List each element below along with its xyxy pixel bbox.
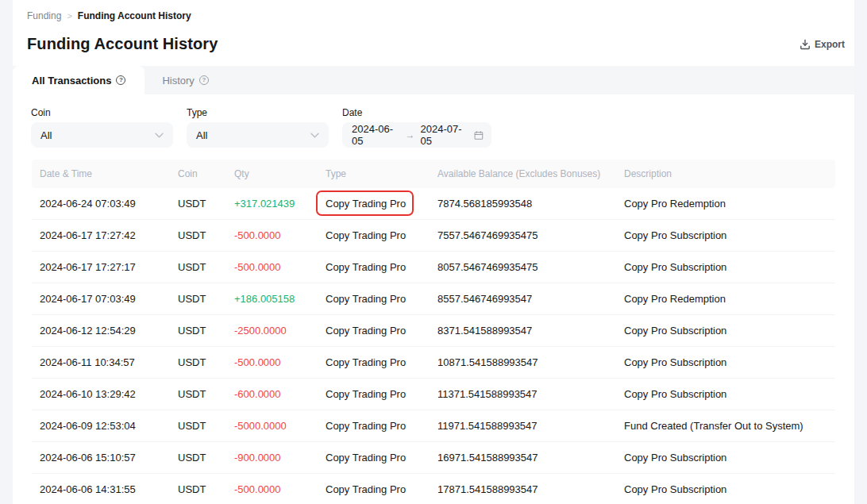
calendar-icon [474, 130, 484, 140]
coin-select-value: All [40, 129, 52, 141]
cell-type: Copy Trading Pro [326, 388, 437, 400]
cell-coin: USDT [178, 483, 234, 495]
cell-qty: -5000.0000 [234, 420, 326, 432]
cell-balance: 8057.5467469935475 [437, 261, 624, 273]
cell-description: Fund Created (Transfer Out to System) [624, 420, 835, 432]
help-icon[interactable] [199, 75, 209, 85]
table-row: 2024-06-17 17:27:42 USDT -500.0000 Copy … [32, 220, 835, 252]
cell-qty: +317.021439 [234, 198, 326, 210]
cell-qty: -500.0000 [234, 356, 326, 368]
cell-qty: -500.0000 [234, 229, 326, 241]
cell-qty: +186.005158 [234, 293, 326, 305]
cell-description: Copy Pro Subscription [624, 261, 835, 273]
type-select[interactable]: All [187, 122, 329, 148]
cell-datetime: 2024-06-10 13:29:42 [32, 388, 178, 400]
cell-balance: 11971.541588993547 [437, 420, 624, 432]
cell-balance: 11371.541588993547 [437, 388, 624, 400]
cell-description: Copy Pro Subscription [624, 356, 835, 368]
cell-qty: -500.0000 [234, 261, 326, 273]
cell-description: Copy Pro Subscription [624, 452, 835, 464]
cell-balance: 7874.568185993548 [437, 198, 624, 210]
table-row: 2024-06-06 14:31:55 USDT -500.0000 Copy … [32, 474, 835, 504]
type-value: Copy Trading Pro [326, 388, 406, 400]
cell-datetime: 2024-06-24 07:03:49 [32, 198, 178, 210]
cell-coin: USDT [178, 293, 234, 305]
cell-type: Copy Trading Pro [326, 356, 437, 368]
date-filter-label: Date [342, 107, 491, 119]
cell-type: Copy Trading Pro [326, 261, 437, 273]
cell-balance: 8557.546746993547 [437, 293, 624, 305]
cell-balance: 10871.541588993547 [437, 356, 624, 368]
breadcrumb-current: Funding Account History [78, 10, 191, 21]
cell-coin: USDT [178, 452, 234, 464]
page-title: Funding Account History [27, 35, 218, 53]
cell-type: Copy Trading Pro [326, 325, 437, 337]
date-end-value: 2024-07-05 [421, 123, 469, 147]
type-filter-label: Type [187, 107, 329, 119]
cell-datetime: 2024-06-11 10:34:57 [32, 356, 178, 368]
cell-coin: USDT [178, 261, 234, 273]
transactions-table: Date & Time Coin Qty Type Available Bala… [13, 160, 854, 504]
type-select-value: All [196, 129, 207, 141]
table-row: 2024-06-12 12:54:29 USDT -2500.0000 Copy… [32, 315, 835, 347]
column-header-coin: Coin [178, 168, 234, 179]
coin-filter: Coin All [31, 107, 173, 148]
filter-bar: Coin All Type All Date 2024-06-05 → 2024… [13, 94, 854, 148]
cell-description: Copy Pro Redemption [624, 198, 835, 210]
cell-description: Copy Pro Redemption [624, 293, 835, 305]
breadcrumb-funding-link[interactable]: Funding [27, 10, 61, 21]
download-icon [800, 39, 811, 50]
table-row: 2024-06-11 10:34:57 USDT -500.0000 Copy … [32, 347, 835, 379]
date-filter: Date 2024-06-05 → 2024-07-05 [342, 107, 491, 148]
cell-qty: -900.0000 [234, 452, 326, 464]
breadcrumb: Funding > Funding Account History [13, 0, 854, 21]
table-row: 2024-06-24 07:03:49 USDT +317.021439 Cop… [32, 188, 835, 220]
type-value: Copy Trading Pro [326, 293, 406, 305]
cell-datetime: 2024-06-06 14:31:55 [32, 483, 178, 495]
funding-history-page: Funding > Funding Account History Fundin… [13, 0, 854, 504]
cell-type: Copy Trading Pro [326, 198, 437, 210]
cell-coin: USDT [178, 198, 234, 210]
cell-type: Copy Trading Pro [326, 229, 437, 241]
type-value: Copy Trading Pro [326, 483, 406, 495]
column-header-description: Description [624, 168, 835, 179]
cell-qty: -2500.0000 [234, 325, 326, 337]
cell-coin: USDT [178, 229, 234, 241]
coin-select[interactable]: All [31, 122, 173, 148]
coin-filter-label: Coin [31, 107, 173, 119]
tab-bar: All Transactions History [13, 66, 854, 94]
table-row: 2024-06-09 12:53:04 USDT -5000.0000 Copy… [32, 410, 835, 442]
cell-description: Copy Pro Subscription [624, 325, 835, 337]
chevron-down-icon [155, 133, 164, 138]
tab-all-transactions[interactable]: All Transactions [13, 66, 144, 94]
tab-history[interactable]: History [144, 66, 225, 94]
type-value: Copy Trading Pro [326, 261, 406, 273]
cell-type: Copy Trading Pro [326, 420, 437, 432]
type-value: Copy Trading Pro [326, 325, 406, 337]
cell-datetime: 2024-06-09 12:53:04 [32, 420, 178, 432]
column-header-balance: Available Balance (Excludes Bonuses) [437, 168, 624, 179]
cell-balance: 16971.541588993547 [437, 452, 624, 464]
cell-balance: 7557.5467469935475 [437, 229, 624, 241]
cell-description: Copy Pro Subscription [624, 388, 835, 400]
date-start-value: 2024-06-05 [352, 123, 400, 147]
cell-type: Copy Trading Pro [326, 452, 437, 464]
type-value: Copy Trading Pro [326, 229, 406, 241]
date-range-picker[interactable]: 2024-06-05 → 2024-07-05 [342, 122, 491, 148]
column-header-datetime: Date & Time [32, 168, 178, 179]
type-filter: Type All [187, 107, 329, 148]
column-header-qty: Qty [234, 168, 326, 179]
cell-coin: USDT [178, 325, 234, 337]
table-row: 2024-06-17 17:27:17 USDT -500.0000 Copy … [32, 252, 835, 283]
cell-qty: -500.0000 [234, 483, 326, 495]
cell-balance: 8371.541588993547 [437, 325, 624, 337]
export-button[interactable]: Export [800, 39, 845, 50]
cell-description: Copy Pro Subscription [624, 483, 835, 495]
help-icon[interactable] [116, 75, 125, 85]
cell-coin: USDT [178, 420, 234, 432]
type-value: Copy Trading Pro [326, 198, 406, 210]
table-header-row: Date & Time Coin Qty Type Available Bala… [32, 160, 835, 188]
cell-datetime: 2024-06-17 17:27:42 [32, 229, 178, 241]
tab-history-label: History [162, 75, 194, 87]
breadcrumb-separator-icon: > [67, 11, 71, 21]
